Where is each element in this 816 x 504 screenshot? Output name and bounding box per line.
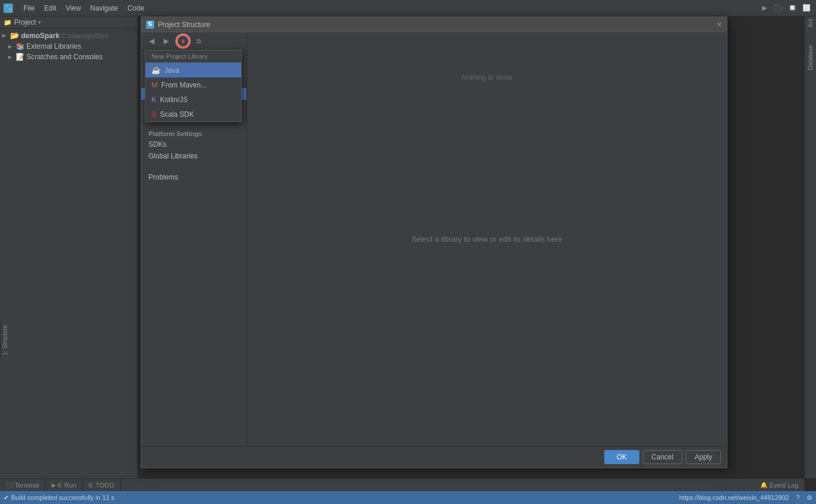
ant-label[interactable]: Ant — [807, 19, 814, 28]
project-path: C:\Users\pc\Des — [61, 32, 108, 39]
status-url[interactable]: https://blog.csdn.net/weixin_44912902 — [679, 494, 789, 501]
terminal-label: Terminal — [15, 482, 39, 489]
terminal-icon: ⬛ — [6, 482, 13, 488]
scratch-icon: 📝 — [16, 53, 25, 61]
maven-label: From Maven... — [161, 81, 206, 89]
tree-item-scratches[interactable]: ▶ 📝 Scratches and Consoles — [0, 52, 137, 62]
add-library-button[interactable]: + — [177, 35, 189, 48]
nav-back-button[interactable]: ◀ — [145, 35, 158, 48]
nothing-to-show-label: Nothing to show — [462, 73, 512, 82]
database-label[interactable]: Database — [807, 45, 814, 70]
nav-item-problems[interactable]: Problems — [141, 171, 246, 183]
scala-icon: S — [151, 110, 157, 119]
toolbar-icon-2[interactable]: ⬛ — [773, 2, 784, 14]
toolbar-icon-4[interactable]: ⬜ — [801, 2, 812, 14]
kotlin-icon: K — [151, 95, 157, 104]
check-icon: ✔ — [4, 494, 9, 502]
tab-run[interactable]: ▶ 4: Run — [46, 479, 83, 491]
tree-arrow-icon: ▶ — [2, 33, 8, 38]
status-build-text: ✔ Build completed successfully in 11 s — [4, 494, 114, 502]
menu-navigate[interactable]: Navigate — [86, 2, 123, 15]
folder-icon: 📁 — [4, 19, 12, 26]
tree-item-demospark[interactable]: ▶ 📂 demoSpark C:\Users\pc\Des — [0, 30, 137, 41]
project-name: demoSpark — [21, 32, 59, 40]
dropdown-item-maven[interactable]: M From Maven... — [145, 77, 241, 92]
select-library-hint: Select a library to view or edit its det… — [411, 235, 562, 243]
scala-label: Scala SDK — [160, 110, 194, 119]
dialog-nav-toolbar: ◀ ▶ + ⧉ New Project Library ☕ Java — [141, 32, 246, 50]
section-platform-settings: Platform Settings — [141, 128, 246, 138]
tab-todo[interactable]: 6: TODO — [83, 479, 121, 491]
dropdown-item-scala[interactable]: S Scala SDK — [145, 107, 241, 121]
dialog-title-bar: 🏗 Project Structure ✕ — [141, 17, 727, 32]
toolbar-icon-3[interactable]: 🔲 — [787, 2, 798, 14]
status-settings[interactable]: ⚙ — [807, 494, 812, 502]
event-log-label: Event Log — [769, 482, 798, 489]
structure-label[interactable]: 1: Structure — [0, 323, 11, 358]
dialog-title-text: Project Structure — [158, 21, 716, 29]
menu-file[interactable]: File — [19, 2, 39, 15]
status-bar: ✔ Build completed successfully in 11 s h… — [0, 491, 816, 504]
app-icon: 🔧 — [4, 4, 13, 13]
dropdown-item-kotlin[interactable]: K Kotlin/JS — [145, 92, 241, 107]
toolbar-icon-1[interactable]: ▶ — [759, 2, 770, 14]
library-dropdown-menu[interactable]: New Project Library ☕ Java M From Maven.… — [145, 50, 242, 122]
external-libraries-label: External Libraries — [26, 42, 81, 50]
todo-label: 6: TODO — [89, 482, 114, 489]
tab-terminal[interactable]: ⬛ Terminal — [0, 479, 46, 491]
kotlin-label: Kotlin/JS — [160, 96, 188, 104]
run-label: 4: Run — [57, 482, 76, 489]
dialog-content: ◀ ▶ + ⧉ New Project Library ☕ Java — [141, 32, 727, 446]
plus-icon: + — [181, 36, 185, 46]
copy-button[interactable]: ⧉ — [192, 35, 205, 48]
project-folder-icon: 📂 — [10, 31, 19, 40]
dropdown-item-java[interactable]: ☕ Java — [145, 63, 241, 77]
dialog-main-content: Nothing to show Select a library to view… — [247, 32, 727, 446]
menu-code[interactable]: Code — [123, 2, 149, 15]
apply-button[interactable]: Apply — [686, 450, 721, 464]
java-icon: ☕ — [151, 66, 161, 75]
nav-item-global-libraries[interactable]: Global Libraries — [141, 150, 246, 162]
dialog-close-button[interactable]: ✕ — [716, 21, 722, 29]
tab-event-log[interactable]: 🔔 Event Log — [754, 479, 804, 491]
nav-forward-button[interactable]: ▶ — [160, 35, 172, 48]
maven-icon: M — [151, 80, 158, 89]
right-panel-ant[interactable]: Ant Database — [804, 16, 816, 478]
tree-arrow-icon-ext: ▶ — [8, 44, 14, 49]
sidebar-tree: ▶ 📂 demoSpark C:\Users\pc\Des ▶ 📚 Extern… — [0, 29, 137, 478]
sidebar-title[interactable]: Project — [14, 18, 36, 26]
ok-button[interactable]: OK — [604, 450, 639, 464]
library-icon: 📚 — [16, 42, 25, 50]
dialog-nav-area: ◀ ▶ + ⧉ New Project Library ☕ Java — [141, 32, 247, 446]
sidebar-header: 📁 Project ▼ — [0, 16, 137, 29]
run-icon: ▶ — [52, 482, 56, 488]
cancel-button[interactable]: Cancel — [643, 450, 682, 464]
project-structure-dialog: 🏗 Project Structure ✕ ◀ ▶ + — [141, 16, 727, 468]
build-message: Build completed successfully in 11 s — [11, 494, 114, 501]
menu-edit[interactable]: Edit — [39, 2, 61, 15]
tree-arrow-icon-sc: ▶ — [8, 55, 14, 60]
dialog-icon: 🏗 — [146, 21, 154, 29]
tree-item-external-libraries[interactable]: ▶ 📚 External Libraries — [0, 41, 137, 52]
chevron-down-icon: ▼ — [37, 20, 42, 25]
dialog-footer: OK Cancel Apply — [141, 446, 727, 468]
dropdown-header: New Project Library — [145, 50, 241, 63]
bottom-tabs-bar: ⬛ Terminal ▶ 4: Run 6: TODO 🔔 Event Log — [0, 478, 804, 491]
java-label: Java — [164, 66, 179, 75]
menu-view[interactable]: View — [61, 2, 86, 15]
scratches-label: Scratches and Consoles — [26, 53, 103, 61]
event-log-icon: 🔔 — [760, 482, 767, 488]
status-help[interactable]: ? — [796, 494, 800, 501]
nav-item-sdks[interactable]: SDKs — [141, 138, 246, 150]
